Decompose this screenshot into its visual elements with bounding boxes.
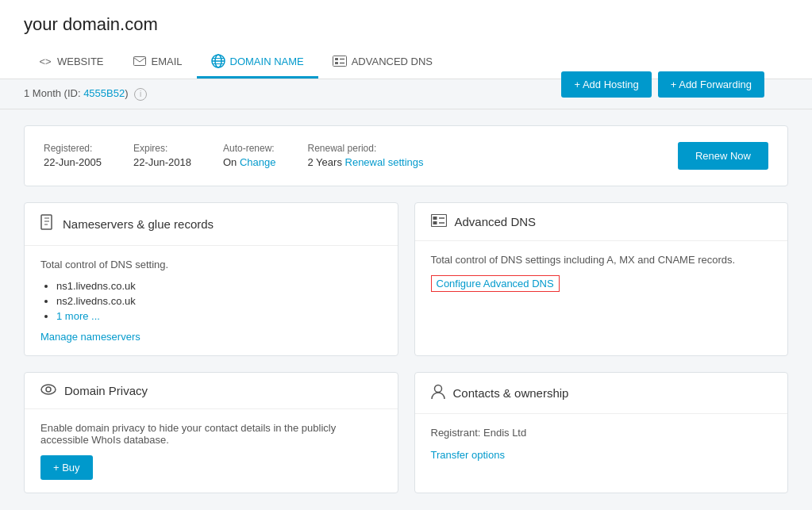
domain-privacy-card-body: Enable domain privacy to hide your conta… [25, 409, 398, 493]
nameserver-list: ns1.livedns.co.uk ns2.livedns.co.uk 1 mo… [40, 280, 382, 322]
add-forwarding-button[interactable]: + Add Forwarding [658, 71, 764, 98]
transfer-options-link[interactable]: Transfer options [431, 449, 505, 461]
person-icon [431, 384, 445, 402]
expires-field: Expires: 22-Jun-2018 [133, 143, 191, 168]
tab-domain-name[interactable]: DOMAIN NAME [197, 46, 318, 79]
buy-privacy-button[interactable]: + Buy [40, 455, 93, 480]
nameservers-card-body: Total control of DNS setting. ns1.livedn… [25, 246, 398, 355]
svg-rect-12 [431, 214, 446, 226]
list-item: ns2.livedns.co.uk [56, 295, 382, 307]
svg-rect-13 [433, 217, 437, 220]
svg-rect-7 [335, 58, 338, 60]
code-icon: <> [38, 54, 52, 68]
svg-rect-8 [335, 62, 338, 64]
advanced-dns-card: Advanced DNS Total control of DNS settin… [414, 202, 789, 356]
tab-website[interactable]: <> WEBSITE [24, 46, 118, 79]
svg-rect-0 [133, 57, 145, 66]
renewal-settings-link[interactable]: Renewal settings [345, 156, 424, 168]
content-area: Registered: 22-Jun-2005 Expires: 22-Jun-… [0, 109, 812, 511]
svg-point-19 [434, 385, 441, 392]
svg-rect-14 [433, 221, 437, 224]
tab-advanced-dns[interactable]: ADVANCED DNS [318, 46, 447, 79]
contacts-card: Contacts & ownership Registrant: Endis L… [414, 372, 789, 493]
more-nameservers-link[interactable]: 1 more ... [56, 310, 100, 322]
contacts-card-body: Registrant: Endis Ltd Transfer options [415, 414, 788, 474]
cards-grid: Nameservers & glue records Total control… [24, 202, 788, 493]
email-icon [133, 54, 147, 68]
eye-icon [40, 384, 56, 397]
advanced-dns-card-header: Advanced DNS [415, 203, 788, 241]
add-hosting-button[interactable]: + Add Hosting [561, 71, 651, 98]
renew-now-button[interactable]: Renew Now [678, 142, 768, 170]
nameservers-card: Nameservers & glue records Total control… [24, 202, 398, 356]
doc-icon [40, 214, 55, 234]
contacts-card-header: Contacts & ownership [415, 373, 788, 414]
advanced-dns-card-body: Total control of DNS settings including … [415, 241, 788, 305]
domain-id-link[interactable]: 4555B52 [83, 87, 125, 99]
page-title: your domain.com [24, 14, 158, 35]
configure-advanced-dns-link[interactable]: Configure Advanced DNS [431, 275, 560, 292]
dns-icon [431, 214, 447, 229]
list-item: ns1.livedns.co.uk [56, 280, 382, 292]
registration-card: Registered: 22-Jun-2005 Expires: 22-Jun-… [24, 125, 788, 186]
domain-privacy-card-header: Domain Privacy [25, 373, 398, 409]
renewal-period-field: Renewal period: 2 Years Renewal settings [308, 143, 424, 168]
globe-icon [211, 54, 225, 68]
list-item: 1 more ... [56, 310, 382, 322]
svg-point-17 [41, 385, 56, 394]
svg-rect-6 [333, 56, 346, 67]
auto-renew-field: Auto-renew: On Change [223, 143, 276, 168]
info-icon[interactable]: i [134, 88, 147, 101]
domain-privacy-card: Domain Privacy Enable domain privacy to … [24, 372, 398, 493]
registered-field: Registered: 22-Jun-2005 [44, 143, 102, 168]
tab-email[interactable]: EMAIL [118, 46, 197, 79]
manage-nameservers-link[interactable]: Manage nameservers [40, 331, 140, 343]
change-auto-renew-link[interactable]: Change [240, 156, 276, 168]
nameservers-card-header: Nameservers & glue records [25, 203, 398, 246]
svg-rect-11 [41, 215, 52, 229]
dns-tab-icon [333, 54, 347, 68]
svg-point-18 [46, 387, 51, 392]
